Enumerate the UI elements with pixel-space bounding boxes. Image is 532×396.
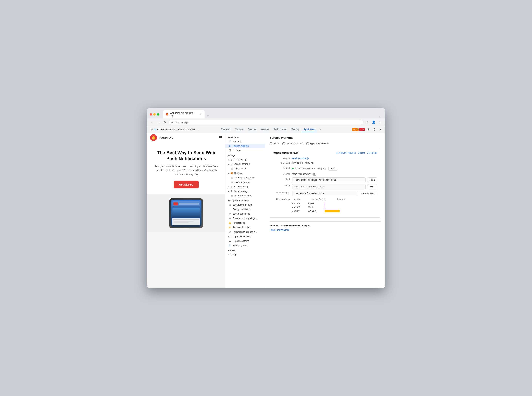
sidebar-item-background-sync[interactable]: ↺ Background sync	[225, 212, 265, 216]
sidebar-item-top-frame[interactable]: ▶ ⊡ top	[225, 252, 265, 257]
indexeddb-icon: ▤	[231, 167, 233, 170]
responsive-icon: ⊡	[150, 128, 153, 131]
periodic-sync-input[interactable]	[292, 191, 357, 196]
toolbar: ← → ↻ ⓘ pushpad.xyz ☆ 👤 ⋮	[147, 118, 385, 126]
push-button[interactable]: Push	[367, 177, 377, 182]
tab-sources[interactable]: Sources	[246, 127, 258, 132]
sidebar-item-cache-storage[interactable]: ▶ ▤ Cache storage	[225, 189, 265, 193]
inspect-icon: ⊕	[154, 128, 156, 131]
address-bar[interactable]: ⓘ pushpad.xyz	[169, 120, 363, 125]
status-value: #1322 activated and is stopped Start	[292, 167, 377, 171]
profile-button[interactable]: 👤	[371, 120, 376, 125]
dimensions-height: 812	[185, 128, 189, 131]
sidebar-item-manifest[interactable]: 📄 Manifest	[225, 139, 265, 144]
settings-icon[interactable]: ⚙	[366, 127, 371, 132]
dimensions-device[interactable]: Dimensions: iPho...	[157, 128, 177, 131]
back-button[interactable]: ←	[149, 120, 155, 125]
sidebar-item-storage-top[interactable]: 🗄 Storage	[225, 148, 265, 153]
sync-input[interactable]	[292, 184, 366, 189]
tab-network[interactable]: Network	[258, 127, 271, 132]
sidebar-item-service-workers[interactable]: ⚙ Service workers	[225, 144, 265, 148]
tab-elements[interactable]: Elements	[219, 127, 233, 132]
bookmark-button[interactable]: ☆	[365, 120, 370, 125]
dimensions-cross: ×	[183, 128, 184, 131]
uc-version-wait: ▶ #1322	[292, 206, 305, 208]
new-tab-button[interactable]: +	[205, 113, 211, 118]
minimize-button[interactable]	[153, 113, 156, 116]
tab-application[interactable]: Application	[301, 127, 317, 132]
see-all-registrations-link[interactable]: See all registrations	[269, 229, 289, 231]
dimensions-more[interactable]: ⋮	[197, 128, 199, 131]
tab-memory[interactable]: Memory	[289, 127, 301, 132]
sidebar-item-storage-buckets[interactable]: ▤ Storage buckets	[225, 193, 265, 198]
maximize-button[interactable]	[157, 113, 159, 116]
sidebar-item-private-state[interactable]: ▤ Private state tokens	[225, 175, 265, 180]
dimensions-width: 375	[178, 128, 182, 131]
close-button[interactable]	[150, 113, 152, 116]
sync-input-row: Sync	[292, 184, 377, 189]
sidebar-item-session-storage[interactable]: ▶ ▤ Session storage	[225, 162, 265, 166]
cta-button[interactable]: Get Started	[174, 181, 198, 188]
bypass-network-checkbox[interactable]: Bypass for network	[306, 142, 329, 145]
focus-icon[interactable]: ⊡	[313, 173, 317, 175]
unregister-button[interactable]: Unregister	[367, 151, 377, 154]
sidebar-item-shared-storage[interactable]: ▶ ▤ Shared storage	[225, 184, 265, 189]
sidebar-label-indexeddb: IndexedDB	[235, 167, 246, 170]
uc-version-val-wait: #1322	[294, 206, 300, 208]
source-label: Source	[273, 157, 290, 160]
update-cycle-value: Version Update Activity Timeline ▶ #1322…	[292, 198, 377, 213]
update-on-reload-input[interactable]	[282, 142, 285, 145]
update-on-reload-checkbox[interactable]: Update on reload	[282, 142, 303, 145]
push-value: Push	[292, 177, 377, 182]
sidebar-item-push-messaging[interactable]: ☁ Push messaging	[225, 239, 265, 243]
tab-close-button[interactable]: ✕	[199, 113, 202, 116]
tab-performance[interactable]: Performance	[271, 127, 289, 132]
sidebar-item-back-forward[interactable]: ⊞ Back/forward cache	[225, 203, 265, 207]
tab-more[interactable]: »	[317, 127, 323, 132]
push-input[interactable]	[292, 177, 366, 182]
sidebar-item-indexeddb[interactable]: ▤ IndexedDB	[225, 166, 265, 171]
sidebar-item-background-fetch[interactable]: ↑ Background fetch	[225, 207, 265, 212]
hero-subtitle: Pushpad is a reliable service for sendin…	[152, 164, 220, 176]
update-button[interactable]: Update	[358, 151, 365, 154]
sidebar-item-periodic-background[interactable]: ↺ Periodic background s...	[225, 230, 265, 234]
error-icon: 🚫	[360, 129, 363, 131]
uc-timeline-activate	[324, 210, 377, 212]
offline-input[interactable]	[269, 142, 272, 145]
menu-button[interactable]: ⋮	[377, 120, 383, 125]
sidebar-label-session-storage: Session storage	[233, 163, 250, 165]
close-devtools-button[interactable]: ✕	[378, 127, 383, 132]
sync-label: Sync	[273, 184, 290, 187]
sidebar-item-reporting-api[interactable]: 📄 Reporting API	[225, 243, 265, 248]
sidebar-item-notifications[interactable]: 🔔 Notifications	[225, 221, 265, 225]
sidebar-item-payment-handler[interactable]: 💳 Payment handler	[225, 225, 265, 230]
hero-title: The Best Way to Send Web Push Notificati…	[152, 150, 220, 161]
offline-checkbox[interactable]: Offline	[269, 142, 279, 145]
sw-clients-row: Clients https://pushpad.xyz/ ⊡	[273, 173, 377, 175]
bypass-network-input[interactable]	[306, 142, 309, 145]
sidebar-item-speculative-loads[interactable]: ▶ ↑↓ Speculative loads	[225, 234, 265, 239]
source-link[interactable]: service-worker.js	[292, 157, 309, 160]
received-value: 02/10/2023, 21:47:46	[292, 162, 377, 164]
forward-button[interactable]: →	[156, 120, 161, 125]
sidebar-item-local-storage[interactable]: ▶ ▤ Local storage	[225, 157, 265, 162]
refresh-button[interactable]: ↻	[162, 120, 167, 125]
sync-value: Sync	[292, 184, 377, 189]
top-frame-arrow: ▶	[228, 254, 229, 256]
tabs-menu-button[interactable]: ⌄	[377, 114, 382, 118]
sidebar-item-bounce-tracking[interactable]: ▤ Bounce tracking mitiga...	[225, 216, 265, 221]
timeline-dot-wait	[324, 206, 325, 209]
sync-button[interactable]: Sync	[367, 184, 377, 189]
start-button[interactable]: Start	[329, 167, 337, 171]
more-options-icon[interactable]: ⋮	[372, 127, 377, 132]
tab-console[interactable]: Console	[233, 127, 246, 132]
hamburger-menu[interactable]: ☰	[219, 135, 222, 140]
uc-row-wait: ▶ #1322 Wait	[292, 205, 377, 209]
dimensions-zoom[interactable]: 94%	[190, 128, 195, 131]
active-tab[interactable]: 🔔 Web Push Notifications - Pus ✕	[163, 110, 205, 118]
sidebar-item-cookies[interactable]: ▶ 🍪 Cookies	[225, 171, 265, 175]
network-requests-button[interactable]: ⊡ Network requests	[336, 151, 356, 154]
sidebar-item-interest-groups[interactable]: ▤ Interest groups	[225, 180, 265, 184]
sw-received-row: Received 02/10/2023, 21:47:46	[273, 162, 377, 165]
periodic-sync-button[interactable]: Periodic sync	[359, 191, 377, 196]
